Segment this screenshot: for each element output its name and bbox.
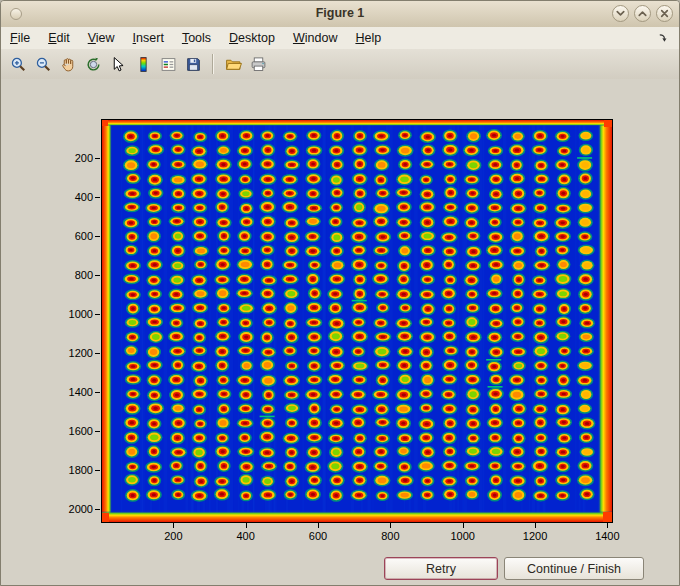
x-tick-label: 600 — [296, 529, 340, 543]
print-icon — [250, 56, 267, 73]
menu-desktop[interactable]: Desktop — [220, 29, 284, 47]
y-tick-mark — [95, 353, 100, 354]
open-file-button[interactable] — [221, 52, 245, 76]
open-folder-icon — [225, 56, 242, 73]
figure-window: Figure 1 File Edit View Insert Tools Des… — [0, 0, 680, 586]
window-controls — [612, 5, 673, 22]
y-tick-label: 1600 — [53, 424, 93, 438]
pan-hand-icon — [60, 56, 77, 73]
data-cursor-icon — [110, 56, 127, 73]
x-tick-mark — [318, 523, 319, 528]
y-tick-mark — [95, 197, 100, 198]
plot-axes — [101, 119, 613, 523]
continue-finish-button[interactable]: Continue / Finish — [504, 557, 644, 580]
insert-legend-button[interactable] — [156, 52, 180, 76]
toolbar — [1, 49, 679, 80]
window-minimize-button[interactable] — [612, 5, 629, 22]
rotate-3d-icon — [85, 56, 102, 73]
y-tick-label: 1400 — [53, 385, 93, 399]
dock-arrow-icon[interactable] — [657, 32, 670, 45]
menu-insert[interactable]: Insert — [124, 29, 173, 47]
x-tick-mark — [173, 523, 174, 528]
window-title: Figure 1 — [1, 6, 679, 20]
insert-colorbar-button[interactable] — [131, 52, 155, 76]
x-tick-mark — [463, 523, 464, 528]
y-tick-mark — [95, 236, 100, 237]
chevron-down-icon — [614, 7, 627, 20]
y-tick-label: 2000 — [53, 502, 93, 516]
save-button[interactable] — [181, 52, 205, 76]
retry-button[interactable]: Retry — [384, 557, 498, 580]
y-tick-label: 1800 — [53, 463, 93, 477]
x-tick-label: 400 — [224, 529, 268, 543]
x-tick-mark — [607, 523, 608, 528]
menu-edit[interactable]: Edit — [39, 29, 79, 47]
y-tick-label: 400 — [53, 190, 93, 204]
menu-view[interactable]: View — [79, 29, 124, 47]
menu-help[interactable]: Help — [346, 29, 390, 47]
window-close-button[interactable] — [656, 5, 673, 22]
print-button[interactable] — [246, 52, 270, 76]
x-tick-mark — [535, 523, 536, 528]
x-tick-label: 800 — [368, 529, 412, 543]
chevron-up-icon — [636, 7, 649, 20]
plot-image[interactable] — [102, 120, 612, 522]
menubar: File Edit View Insert Tools Desktop Wind… — [1, 27, 679, 50]
y-tick-mark — [95, 314, 100, 315]
y-tick-mark — [95, 392, 100, 393]
y-tick-label: 800 — [53, 268, 93, 282]
y-tick-label: 1200 — [53, 346, 93, 360]
x-tick-mark — [390, 523, 391, 528]
rotate-3d-button[interactable] — [81, 52, 105, 76]
pan-button[interactable] — [56, 52, 80, 76]
menu-tools[interactable]: Tools — [173, 29, 220, 47]
x-tick-label: 1400 — [585, 529, 629, 543]
y-tick-mark — [95, 431, 100, 432]
figure-content: Retry Continue / Finish 2004006008001000… — [1, 79, 679, 585]
zoom-out-icon — [35, 56, 52, 73]
window-maximize-button[interactable] — [634, 5, 651, 22]
data-cursor-button[interactable] — [106, 52, 130, 76]
insert-legend-icon — [160, 56, 177, 73]
y-tick-mark — [95, 509, 100, 510]
menu-file[interactable]: File — [1, 29, 39, 47]
titlebar[interactable]: Figure 1 — [1, 1, 679, 28]
y-tick-mark — [95, 470, 100, 471]
zoom-in-icon — [10, 56, 27, 73]
menu-window[interactable]: Window — [284, 29, 346, 47]
save-icon — [185, 56, 202, 73]
y-tick-mark — [95, 275, 100, 276]
toolbar-separator — [212, 54, 214, 74]
x-tick-label: 200 — [151, 529, 195, 543]
zoom-in-button[interactable] — [6, 52, 30, 76]
y-tick-label: 600 — [53, 229, 93, 243]
insert-colorbar-icon — [135, 56, 152, 73]
y-tick-mark — [95, 158, 100, 159]
x-tick-label: 1000 — [441, 529, 485, 543]
y-tick-label: 1000 — [53, 307, 93, 321]
zoom-out-button[interactable] — [31, 52, 55, 76]
x-tick-mark — [246, 523, 247, 528]
close-icon — [658, 7, 671, 20]
x-tick-label: 1200 — [513, 529, 557, 543]
y-tick-label: 200 — [53, 151, 93, 165]
